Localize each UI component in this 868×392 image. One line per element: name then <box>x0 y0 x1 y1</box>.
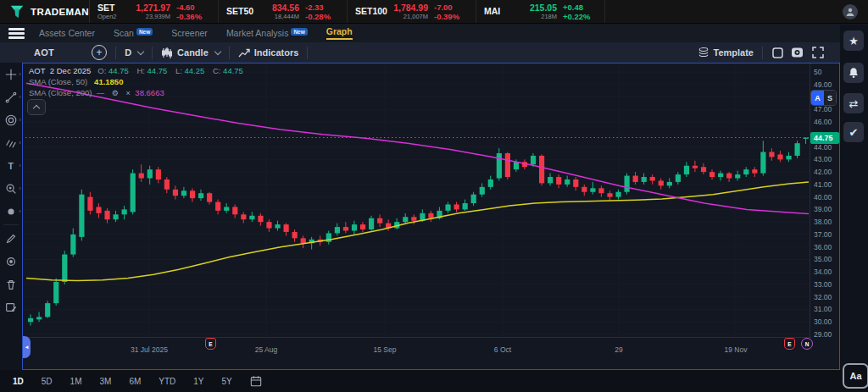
nav-items: Assets CenterScanNewScreenerMarket Analy… <box>25 26 353 40</box>
date-tick: 19 Nov <box>706 345 765 354</box>
alerts-bell-icon[interactable] <box>843 63 864 83</box>
hide-indicator-icon[interactable]: — <box>97 89 104 97</box>
text-tool[interactable]: T› <box>0 154 22 177</box>
indicator-settings-icon[interactable]: ⚙ <box>112 89 119 97</box>
interval-dropdown[interactable]: D <box>125 47 143 58</box>
nav-item-market-analysis[interactable]: Market AnalysisNew <box>226 28 308 38</box>
symbol-label[interactable]: AOT <box>34 47 54 58</box>
index-block-SET100[interactable]: SET1001,784.9921,007M-7.00-0.39% <box>348 0 476 23</box>
timeframe-1y[interactable]: 1Y <box>193 377 203 386</box>
indicators-icon <box>238 47 250 58</box>
price-tick: 47.00 <box>814 105 832 113</box>
edit-layout-tool[interactable] <box>0 295 22 318</box>
new-badge: New <box>136 28 153 36</box>
auto-scale-button[interactable]: A <box>811 91 824 105</box>
zoom-tool[interactable]: › <box>0 177 22 200</box>
index-block-SET50[interactable]: SET50834.5618,444M-2.33-0.28% <box>219 0 348 23</box>
chevron-down-icon <box>214 48 221 55</box>
trendline-tool[interactable]: › <box>0 86 22 108</box>
compare-swap-icon[interactable]: ⇄ <box>843 93 864 113</box>
drawing-tools-strip: › › › › T› › › <box>0 63 22 370</box>
timeframe-6m[interactable]: 6M <box>129 377 141 386</box>
calendar-icon[interactable] <box>250 375 262 387</box>
timeframe-ytd[interactable]: YTD <box>159 377 175 386</box>
layout-rect-icon <box>771 47 784 59</box>
ohlc-value: 44.25 <box>185 66 207 75</box>
chart-panel[interactable]: AOT 2 Dec 2025 O: 44.75 H: 44.75 L: 44.2… <box>22 63 840 370</box>
index-volume: 18,444M <box>253 13 299 20</box>
shapes-tool[interactable]: › <box>0 200 22 223</box>
nav-item-scan[interactable]: ScanNew <box>114 28 153 38</box>
legend-ohlc-row: AOT 2 Dec 2025 O: 44.75 H: 44.75 L: 44.2… <box>29 65 249 76</box>
fib-circles-tool[interactable]: › <box>0 108 22 131</box>
trademan-logo-icon <box>8 3 25 21</box>
font-settings-button[interactable]: Aa <box>843 363 868 389</box>
price-scale-toggle[interactable]: A S <box>810 90 837 106</box>
price-tick: 34.00 <box>814 268 832 276</box>
remove-drawings-tool[interactable] <box>0 273 22 295</box>
legend-sma50-row[interactable]: SMA (Close, 50) 41.1850 <box>29 76 249 87</box>
candlestick-chart[interactable] <box>23 63 839 369</box>
sma50-value: 41.1850 <box>94 77 123 86</box>
nav-item-graph[interactable]: Graph <box>326 26 353 40</box>
add-symbol-button[interactable]: + <box>92 45 107 60</box>
last-price-tag: 44.75 <box>810 132 839 144</box>
layout-button[interactable] <box>771 47 784 59</box>
template-button[interactable]: Template <box>698 47 754 58</box>
ohlc-key: O: <box>97 66 108 75</box>
fullscreen-button[interactable] <box>812 47 824 58</box>
layers-icon <box>698 47 709 58</box>
date-tick: 6 Oct <box>473 345 532 354</box>
timeframe-1m[interactable]: 1M <box>70 377 82 386</box>
indicators-button[interactable]: Indicators <box>238 47 299 58</box>
log-scale-button[interactable]: S <box>824 91 836 105</box>
user-avatar[interactable] <box>843 4 858 19</box>
timeframe-3m[interactable]: 3M <box>100 377 112 386</box>
price-tick: 40.00 <box>814 193 832 202</box>
brand-logo[interactable]: TRADEMAN <box>0 0 90 23</box>
chart-type-dropdown[interactable]: Candle <box>161 47 220 59</box>
timeframe-1d[interactable]: 1D <box>13 377 24 386</box>
index-session: Open2 <box>97 13 117 20</box>
checklist-icon[interactable]: ✔ <box>843 122 864 142</box>
price-tick: 39.00 <box>814 205 832 213</box>
remove-indicator-icon[interactable]: × <box>125 89 130 97</box>
timeframe-5y[interactable]: 5Y <box>222 377 232 386</box>
crosshair-tool[interactable]: › <box>0 63 22 86</box>
index-name: SET100 <box>355 7 387 16</box>
panel-expand-handle[interactable]: ◂ <box>23 336 31 358</box>
date-axis[interactable]: 31 Jul 202525 Aug15 Sep6 Oct2919 NovEEN <box>23 337 811 370</box>
index-change: -2.33-0.28% <box>305 3 341 21</box>
svg-text:T: T <box>8 161 14 171</box>
nav-item-screener[interactable]: Screener <box>171 28 208 38</box>
index-name: SET <box>97 3 117 13</box>
pattern-tool[interactable]: › <box>0 131 22 154</box>
index-name: SET50 <box>226 7 253 16</box>
trademan-app: TRADEMAN SETOpen21,271.9723,939M-4.60-0.… <box>0 0 868 392</box>
chart-legend: AOT 2 Dec 2025 O: 44.75 H: 44.75 L: 44.2… <box>29 65 249 99</box>
legend-sma200-row[interactable]: SMA (Close, 200) — ⚙ × 38.6663 <box>29 87 249 99</box>
menu-icon[interactable] <box>8 28 25 39</box>
brand-name: TRADEMAN <box>31 7 89 17</box>
target-tool[interactable] <box>0 250 22 273</box>
news-marker[interactable]: N <box>801 338 813 350</box>
price-tick: 43.00 <box>814 155 832 163</box>
index-volume: 23,939M <box>117 13 170 20</box>
price-tick: 41.00 <box>814 180 832 189</box>
date-tick: 25 Aug <box>236 345 296 354</box>
price-tick: 30.00 <box>814 317 832 326</box>
date-tick: 31 Jul 2025 <box>120 345 179 354</box>
price-tick: 33.00 <box>814 280 832 289</box>
watchlist-star-icon[interactable]: ★ <box>843 30 864 51</box>
legend-collapse-button[interactable] <box>27 99 46 115</box>
nav-item-assets-center[interactable]: Assets Center <box>39 28 95 38</box>
snapshot-button[interactable] <box>791 47 804 58</box>
earnings-marker[interactable]: E <box>205 338 216 350</box>
price-tick: 38.00 <box>814 218 832 226</box>
brush-tool[interactable] <box>0 227 22 250</box>
index-block-MAI[interactable]: MAI215.05218M+0.48+0.22% <box>476 0 605 23</box>
index-block-SET[interactable]: SETOpen21,271.9723,939M-4.60-0.36% <box>90 0 219 23</box>
index-change: -7.00-0.39% <box>434 3 470 21</box>
earnings-marker[interactable]: E <box>784 338 795 350</box>
timeframe-5d[interactable]: 5D <box>42 377 53 386</box>
